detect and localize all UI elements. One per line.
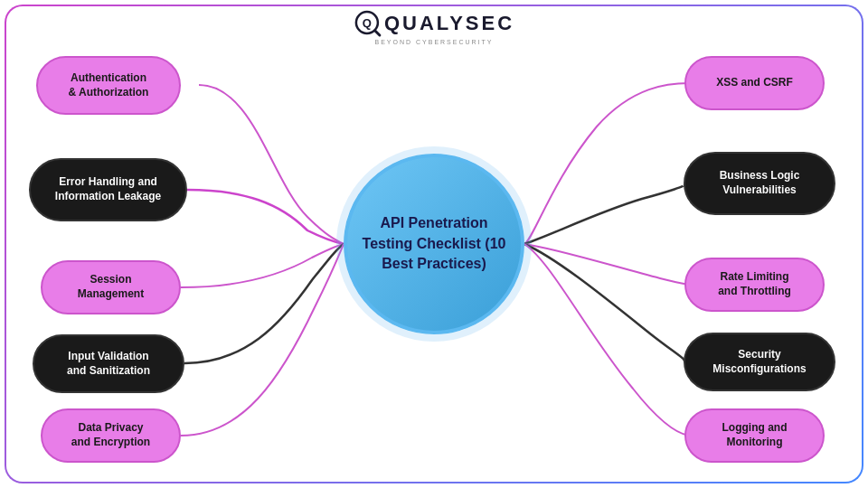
node-privacy-text: Data Privacyand Encryption [71,421,150,449]
node-session-text: SessionManagement [78,273,144,301]
node-logging: Logging andMonitoring [684,408,825,463]
center-circle: API Penetration Testing Checklist (10 Be… [344,154,524,334]
node-security: SecurityMisconfigurations [684,333,835,391]
node-business: Business LogicVulnerabilities [684,152,835,215]
svg-text:Q: Q [363,16,372,30]
node-auth-text: Authentication& Authorization [69,71,149,99]
node-rate-text: Rate Limitingand Throttling [718,270,791,298]
node-input: Input Validationand Sanitization [33,334,184,393]
logo-area: Q QUALYSEC BEYOND CYBERSECURITY [354,9,514,45]
svg-line-1 [375,31,380,35]
node-error-text: Error Handling andInformation Leakage [55,175,161,203]
node-session: SessionManagement [41,260,181,314]
center-circle-text: API Penetration Testing Checklist (10 Be… [347,204,521,283]
node-auth: Authentication& Authorization [36,56,181,115]
node-privacy: Data Privacyand Encryption [41,408,181,463]
node-xss-text: XSS and CSRF [716,76,793,90]
main-container: Q QUALYSEC BEYOND CYBERSECURITY API Pene… [0,0,868,488]
node-error: Error Handling andInformation Leakage [29,158,187,221]
logo-icon: Q [354,9,382,38]
node-security-text: SecurityMisconfigurations [712,348,806,376]
node-rate: Rate Limitingand Throttling [684,258,825,312]
logo-brand: QUALYSEC [384,12,514,35]
node-business-text: Business LogicVulnerabilities [720,169,800,197]
logo-tagline: BEYOND CYBERSECURITY [354,39,514,45]
node-logging-text: Logging andMonitoring [722,421,788,449]
node-xss: XSS and CSRF [684,56,825,110]
node-input-text: Input Validationand Sanitization [67,350,150,378]
